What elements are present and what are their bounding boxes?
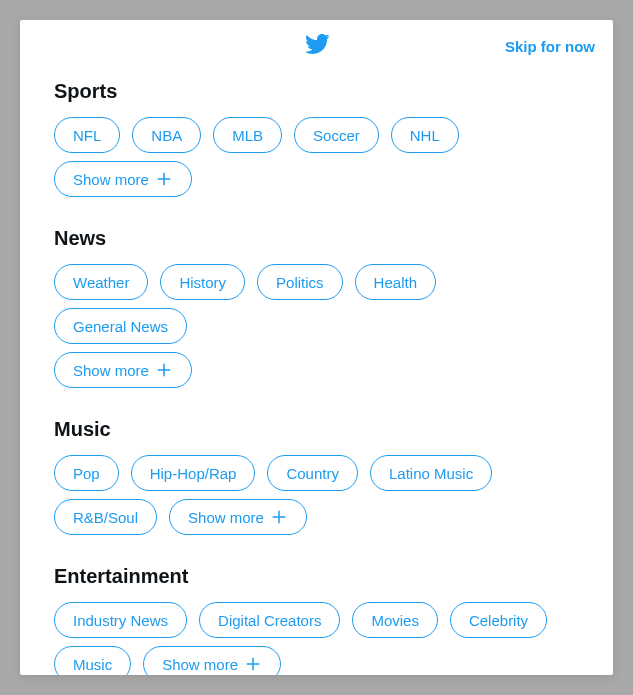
topic-pill[interactable]: General News <box>54 308 187 344</box>
topic-pill-label: Politics <box>276 274 324 291</box>
topic-pill[interactable]: Country <box>267 455 358 491</box>
plus-icon <box>244 655 262 673</box>
topic-pill[interactable]: NHL <box>391 117 459 153</box>
categories-scroll-area[interactable]: SportsNFLNBAMLBSoccerNHLShow moreNewsWea… <box>20 72 613 675</box>
topic-pill-label: Weather <box>73 274 129 291</box>
show-more-button[interactable]: Show more <box>54 161 192 197</box>
topic-pill-label: Hip-Hop/Rap <box>150 465 237 482</box>
topic-pill[interactable]: MLB <box>213 117 282 153</box>
topic-pill-row: PopHip-Hop/RapCountryLatino MusicR&B/Sou… <box>54 455 579 535</box>
topic-pill[interactable]: NBA <box>132 117 201 153</box>
plus-icon <box>155 361 173 379</box>
topic-pill[interactable]: Politics <box>257 264 343 300</box>
show-more-label: Show more <box>188 509 264 526</box>
topic-pill-label: History <box>179 274 226 291</box>
category-title: Music <box>54 418 579 441</box>
topic-pill-label: Industry News <box>73 612 168 629</box>
topic-pill[interactable]: Soccer <box>294 117 379 153</box>
modal-header: Skip for now <box>20 20 613 72</box>
skip-label: Skip for now <box>505 38 595 55</box>
show-more-button[interactable]: Show more <box>143 646 281 675</box>
topic-pill-label: Pop <box>73 465 100 482</box>
topic-pill-label: MLB <box>232 127 263 144</box>
topic-pill-row: NFLNBAMLBSoccerNHL <box>54 117 579 153</box>
topic-pill-label: Latino Music <box>389 465 473 482</box>
topic-pill-label: Movies <box>371 612 419 629</box>
onboarding-topics-modal: Skip for now SportsNFLNBAMLBSoccerNHLSho… <box>20 20 613 675</box>
topic-pill-label: NFL <box>73 127 101 144</box>
topic-pill[interactable]: Weather <box>54 264 148 300</box>
category-section: EntertainmentIndustry NewsDigital Creato… <box>54 565 579 675</box>
plus-icon <box>270 508 288 526</box>
show-more-label: Show more <box>73 362 149 379</box>
topic-pill-row: Show more <box>54 352 579 388</box>
topic-pill-label: NHL <box>410 127 440 144</box>
topic-pill-row: WeatherHistoryPoliticsHealthGeneral News <box>54 264 579 344</box>
category-section: MusicPopHip-Hop/RapCountryLatino MusicR&… <box>54 418 579 535</box>
topic-pill[interactable]: Pop <box>54 455 119 491</box>
skip-for-now-button[interactable]: Skip for now <box>505 20 595 72</box>
show-more-button[interactable]: Show more <box>169 499 307 535</box>
topic-pill-label: General News <box>73 318 168 335</box>
topic-pill[interactable]: R&B/Soul <box>54 499 157 535</box>
topic-pill-label: NBA <box>151 127 182 144</box>
topic-pill[interactable]: Hip-Hop/Rap <box>131 455 256 491</box>
topic-pill-label: Digital Creators <box>218 612 321 629</box>
topic-pill[interactable]: NFL <box>54 117 120 153</box>
topic-pill-label: Music <box>73 656 112 673</box>
topic-pill[interactable]: Movies <box>352 602 438 638</box>
topic-pill-row: Show more <box>54 161 579 197</box>
show-more-button[interactable]: Show more <box>54 352 192 388</box>
topic-pill-label: Soccer <box>313 127 360 144</box>
topic-pill[interactable]: Industry News <box>54 602 187 638</box>
twitter-logo-icon <box>304 31 330 61</box>
plus-icon <box>155 170 173 188</box>
topic-pill-label: Celebrity <box>469 612 528 629</box>
topic-pill[interactable]: Music <box>54 646 131 675</box>
topic-pill-label: Country <box>286 465 339 482</box>
topic-pill[interactable]: Digital Creators <box>199 602 340 638</box>
topic-pill-row: Industry NewsDigital CreatorsMoviesCeleb… <box>54 602 579 675</box>
topic-pill[interactable]: Celebrity <box>450 602 547 638</box>
topic-pill-label: R&B/Soul <box>73 509 138 526</box>
topic-pill[interactable]: History <box>160 264 245 300</box>
category-title: Sports <box>54 80 579 103</box>
topic-pill-label: Health <box>374 274 417 291</box>
topic-pill[interactable]: Health <box>355 264 436 300</box>
show-more-label: Show more <box>73 171 149 188</box>
topic-pill[interactable]: Latino Music <box>370 455 492 491</box>
category-title: News <box>54 227 579 250</box>
category-section: SportsNFLNBAMLBSoccerNHLShow more <box>54 80 579 197</box>
category-section: NewsWeatherHistoryPoliticsHealthGeneral … <box>54 227 579 388</box>
show-more-label: Show more <box>162 656 238 673</box>
category-title: Entertainment <box>54 565 579 588</box>
